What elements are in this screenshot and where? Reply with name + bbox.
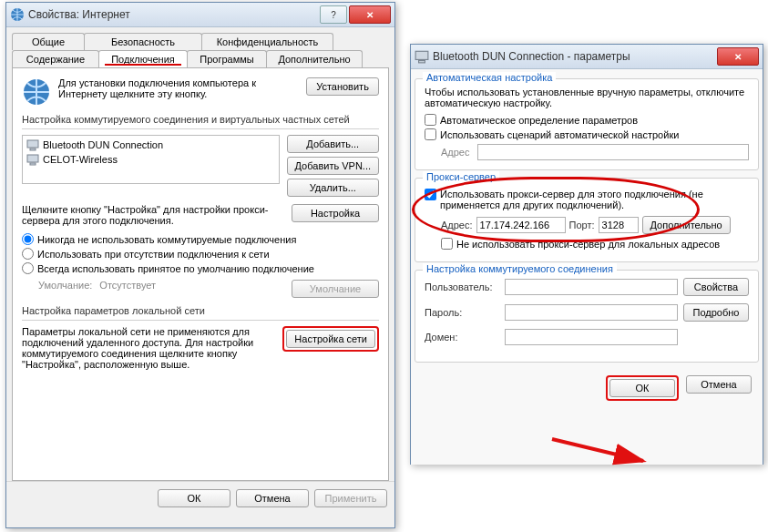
add-button[interactable]: Добавить... [287, 135, 379, 153]
bypass-local-checkbox[interactable]: Не использовать прокси-сервер для локаль… [441, 238, 749, 250]
svg-rect-4 [27, 155, 38, 162]
close-button[interactable]: ✕ [349, 5, 391, 24]
add-vpn-button[interactable]: Добавить VPN... [287, 157, 379, 175]
password-label: Пароль: [425, 307, 499, 318]
titlebar: Свойства: Интернет ? ✕ [6, 3, 394, 27]
auto-config-legend: Автоматическая настройка [423, 72, 556, 83]
svg-rect-3 [30, 148, 36, 150]
proxy-section: Прокси-сервер Использовать прокси-сервер… [415, 178, 759, 262]
lan-text: Параметры локальной сети не применяются … [22, 326, 275, 370]
connection-wizard-icon [22, 77, 51, 107]
dialup-creds-legend: Настройка коммутируемого соединения [423, 263, 617, 274]
svg-rect-6 [415, 51, 428, 59]
arrow-icon [548, 434, 657, 470]
install-text: Для установки подключения компьютера к И… [58, 77, 299, 99]
dialog-footer: ОК Отмена Применить [6, 481, 394, 515]
script-address-input [477, 144, 750, 160]
radio-always-dial[interactable]: Всегда использовать принятое по умолчани… [22, 262, 379, 274]
auto-detect-checkbox[interactable]: Автоматическое определение параметров [425, 114, 749, 126]
settings-button[interactable]: Настройка [292, 204, 379, 222]
remove-button[interactable]: Удалить... [287, 179, 379, 197]
tab-security[interactable]: Безопасность [84, 33, 202, 50]
connections-listbox[interactable]: Bluetooth DUN Connection CELOT-Wireless [22, 135, 280, 184]
proxy-address-label: Адрес: [441, 220, 473, 230]
cancel-button[interactable]: Отмена [236, 489, 309, 507]
script-address-label: Адрес [441, 147, 470, 158]
use-script-checkbox[interactable]: Использовать сценарий автоматической нас… [425, 128, 749, 140]
apply-button: Применить [314, 489, 387, 507]
proxy-port-input[interactable] [599, 217, 639, 233]
tab-content[interactable]: Содержание [12, 50, 99, 67]
lan-header: Настройка параметров локальной сети [22, 305, 379, 316]
help-button[interactable]: ? [320, 5, 347, 24]
domain-input[interactable] [505, 329, 678, 345]
use-proxy-checkbox[interactable]: Использовать прокси-сервер для этого под… [425, 189, 749, 210]
ok-button[interactable]: ОК [158, 489, 230, 507]
proxy-port-label: Порт: [569, 220, 595, 230]
set-default-button: Умолчание [292, 280, 379, 298]
username-label: Пользователь: [425, 281, 499, 292]
lan-settings-button[interactable]: Настройка сети [286, 330, 375, 348]
default-value: Отсутствует [99, 280, 284, 291]
window-title: Свойства: Интернет [28, 8, 320, 21]
radio-dial-no-net[interactable]: Использовать при отсутствии подключения … [22, 248, 379, 260]
svg-line-8 [552, 439, 643, 461]
auto-config-section: Автоматическая настройка Чтобы использов… [415, 78, 759, 170]
ok-button[interactable]: ОК [609, 379, 675, 397]
default-label: Умолчание: [38, 280, 92, 291]
radio-never-dial[interactable]: Никогда не использовать коммутируемые по… [22, 233, 379, 245]
dialup-creds-section: Настройка коммутируемого соединения Поль… [415, 270, 759, 363]
dialup-header: Настройка коммутируемого соединения и ви… [22, 114, 379, 125]
cancel-button[interactable]: Отмена [686, 375, 752, 394]
password-input[interactable] [505, 304, 678, 321]
advanced-button[interactable]: Дополнительно [642, 216, 731, 234]
auto-config-text: Чтобы использовать установленные вручную… [425, 87, 749, 108]
tab-advanced[interactable]: Дополнительно [266, 50, 363, 67]
tab-privacy[interactable]: Конфиденциальность [201, 33, 333, 50]
tab-general[interactable]: Общие [12, 33, 85, 50]
proxy-legend: Прокси-сервер [423, 171, 499, 182]
list-item[interactable]: CELOT-Wireless [25, 152, 277, 167]
svg-rect-5 [30, 163, 36, 165]
internet-properties-dialog: Свойства: Интернет ? ✕ Общие Безопасност… [5, 2, 395, 528]
list-item[interactable]: Bluetooth DUN Connection [25, 138, 277, 152]
proxy-address-input[interactable] [476, 217, 566, 233]
close-button[interactable]: ✕ [717, 47, 759, 66]
domain-label: Домен: [425, 332, 499, 343]
install-button[interactable]: Установить [306, 77, 379, 96]
titlebar: Bluetooth DUN Connection - параметры ✕ [411, 45, 763, 69]
connection-icon [26, 138, 39, 151]
svg-rect-2 [27, 140, 38, 148]
tab-programs[interactable]: Программы [187, 50, 267, 67]
settings-text: Щелкните кнопку "Настройка" для настройк… [22, 204, 284, 226]
properties-button[interactable]: Свойства [683, 278, 749, 296]
advanced-dial-button[interactable]: Подробно [683, 303, 749, 322]
connection-settings-dialog: Bluetooth DUN Connection - параметры ✕ А… [410, 44, 763, 465]
tab-connections[interactable]: Подключения [98, 50, 188, 67]
window-title: Bluetooth DUN Connection - параметры [433, 50, 717, 63]
globe-icon [10, 7, 25, 22]
connection-icon [26, 153, 39, 166]
svg-rect-7 [419, 61, 425, 63]
username-input[interactable] [505, 279, 678, 295]
connection-icon [415, 49, 429, 64]
